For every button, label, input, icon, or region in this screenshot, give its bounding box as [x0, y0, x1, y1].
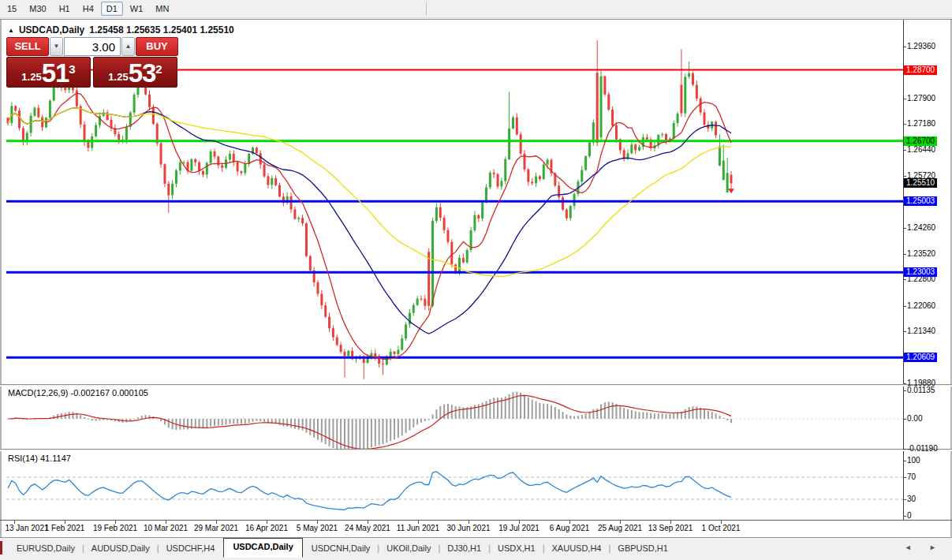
- timeframe-button-M30[interactable]: M30: [24, 2, 51, 16]
- date-label: 13 Jan 2021: [5, 524, 48, 532]
- buy-price-big: 53: [129, 62, 156, 85]
- price-tick-1.22060: 1.22060: [907, 301, 935, 311]
- volume-decrease-button[interactable]: ▼: [50, 37, 63, 56]
- date-label: 19 Feb 2021: [93, 524, 137, 532]
- slow-ma: [8, 108, 731, 277]
- timeframe-button-H4[interactable]: H4: [77, 2, 99, 16]
- macd-pane-separator[interactable]: [0, 384, 952, 386]
- date-label: 30 Jun 2021: [446, 524, 490, 532]
- timeframe-button-H1[interactable]: H1: [54, 2, 76, 16]
- timeframe-button-W1[interactable]: W1: [125, 2, 149, 16]
- date-label: 1 Oct 2021: [702, 524, 741, 532]
- chart-tab-USDCAD-Daily[interactable]: USDCAD,Daily: [223, 538, 302, 558]
- timeframe-button-15[interactable]: 15: [2, 2, 22, 16]
- rsi-tick-70: 70: [907, 472, 916, 482]
- level-label-1.26700: 1.26700: [904, 136, 937, 146]
- buy-price-base: 1.25: [108, 71, 128, 83]
- sell-arrow-marker: [728, 189, 734, 193]
- left-edge-artifact: [0, 541, 2, 554]
- sell-price-display[interactable]: 1.25 51 3: [6, 57, 91, 88]
- rsi-pane-separator[interactable]: [0, 449, 952, 451]
- tab-scroll-arrows[interactable]: ◄ ►: [905, 543, 944, 551]
- buy-button[interactable]: BUY: [136, 37, 178, 56]
- chart-tab-USDCHF-H4[interactable]: USDCHF,H4: [159, 540, 222, 558]
- fast-ma: [8, 93, 731, 359]
- macd-tick--0.01190: -0.01190: [907, 444, 938, 454]
- rsi-line: [8, 472, 731, 510]
- sell-price-base: 1.25: [21, 71, 41, 83]
- price-tick-1.27180: 1.27180: [907, 119, 935, 129]
- collapse-panel-icon[interactable]: ▲: [8, 27, 14, 34]
- level-label-1.20609: 1.20609: [904, 353, 937, 362]
- date-label: 1 Feb 2021: [45, 524, 85, 532]
- price-tick-1.21340: 1.21340: [907, 327, 935, 336]
- price-tick-1.27900: 1.27900: [907, 94, 935, 103]
- toolbar-separator: [426, 2, 427, 16]
- timeframe-toolbar: 15M30H1H4D1W1MN: [0, 0, 952, 18]
- ohlc-header: ▲ USDCAD,Daily 1.25458 1.25635 1.25401 1…: [8, 24, 234, 35]
- window-frame-left: [0, 20, 2, 538]
- level-label-1.23003: 1.23003: [904, 267, 937, 277]
- price-tick-1.29360: 1.29360: [907, 42, 935, 51]
- date-label: 24 May 2021: [345, 524, 390, 532]
- chart-tab-USDX-H1[interactable]: USDX,H1: [491, 540, 543, 558]
- candlesticks: [7, 40, 733, 379]
- price-tick-1.24260: 1.24260: [907, 223, 935, 233]
- current-price-label: 1.25510: [904, 178, 937, 188]
- macd-tick-0.01135: 0.01135: [907, 386, 935, 395]
- macd-pane: [6, 392, 903, 450]
- axis-separator: [0, 520, 952, 521]
- sell-price-big: 51: [42, 62, 69, 85]
- timeframe-button-MN[interactable]: MN: [150, 2, 174, 16]
- macd-indicator-label: MACD(12,26,9) -0.002167 0.000105: [8, 388, 148, 398]
- price-tick-1.23520: 1.23520: [907, 249, 935, 259]
- ohlc-values: 1.25458 1.25635 1.25401 1.25510: [89, 24, 234, 35]
- chart-tab-GBPUSD-H1[interactable]: GBPUSD,H1: [610, 540, 675, 558]
- date-label: 6 Aug 2021: [550, 524, 590, 532]
- one-click-trade-panel: SELL ▼ ▲ BUY 1.25 51 3 1.25 53 2: [6, 37, 180, 88]
- rsi-tick-0: 0: [907, 511, 912, 521]
- date-label: 25 Aug 2021: [598, 524, 642, 532]
- date-label: 29 Mar 2021: [194, 524, 238, 532]
- date-label: 5 May 2021: [297, 524, 338, 532]
- date-label: 16 Apr 2021: [245, 524, 288, 532]
- chart-tab-EURUSD-Daily[interactable]: EURUSD,Daily: [9, 540, 82, 558]
- date-label: 11 Jun 2021: [397, 524, 439, 532]
- chart-tab-USDCNH-Daily[interactable]: USDCNH,Daily: [304, 540, 378, 558]
- rsi-tick-100: 100: [907, 456, 920, 465]
- chart-tab-AUDUSD-Daily[interactable]: AUDUSD,Daily: [84, 540, 157, 558]
- volume-input[interactable]: [64, 37, 121, 56]
- trading-platform-window: 15M30H1H4D1W1MN ▲ USDCAD,Daily 1.25458 1…: [0, 0, 952, 560]
- level-label-1.28700: 1.28700: [904, 65, 937, 75]
- price-scale[interactable]: 1.293601.279001.271801.264401.257201.242…: [904, 20, 950, 537]
- chart-tab-UKOil-Daily[interactable]: UKOil,Daily: [379, 540, 438, 558]
- sell-button[interactable]: SELL: [6, 37, 49, 56]
- timeframe-button-D1[interactable]: D1: [101, 2, 123, 16]
- date-label: 19 Jul 2021: [498, 524, 539, 532]
- rsi-pane: [6, 472, 903, 510]
- macd-tick-0.00: 0.00: [907, 414, 922, 424]
- symbol-period-label: USDCAD,Daily: [19, 24, 84, 35]
- rsi-tick-30: 30: [907, 495, 916, 504]
- price-tick-1.26440: 1.26440: [907, 145, 935, 155]
- level-label-1.25003: 1.25003: [904, 196, 937, 206]
- rsi-indicator-label: RSI(14) 41.1147: [8, 454, 71, 463]
- date-label: 10 Mar 2021: [144, 524, 188, 532]
- chart-tab-bar: EURUSD,Daily|AUDUSD,Daily|USDCHF,H4USDCA…: [0, 538, 952, 558]
- buy-price-display[interactable]: 1.25 53 2: [93, 57, 177, 88]
- volume-increase-button[interactable]: ▲: [121, 37, 135, 56]
- chart-tab-DJ30-H1[interactable]: DJ30,H1: [440, 540, 488, 558]
- buy-price-pip: 2: [155, 62, 162, 76]
- macd-signal-line: [8, 395, 731, 449]
- date-label: 13 Sep 2021: [648, 524, 693, 532]
- chart-tab-XAUUSD-H4[interactable]: XAUUSD,H4: [545, 540, 609, 558]
- chart-canvas[interactable]: [5, 19, 903, 521]
- sell-price-pip: 3: [69, 62, 75, 76]
